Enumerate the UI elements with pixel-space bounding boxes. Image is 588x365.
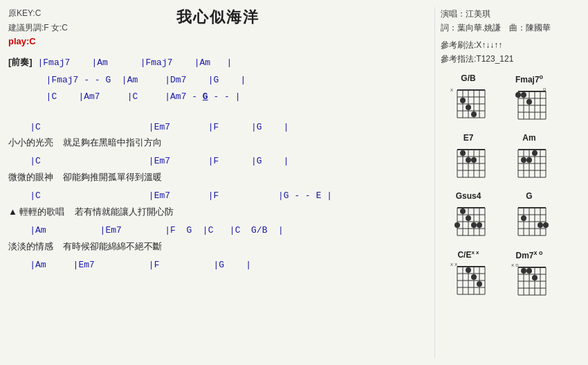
svg-point-73 <box>477 222 482 228</box>
svg-point-86 <box>538 222 543 228</box>
svg-point-116 <box>532 275 538 281</box>
original-key: 原KEY:C <box>8 7 119 20</box>
strum1: 參考刷法:X↑↓↓↑↑ <box>441 38 580 52</box>
svg-point-69 <box>460 208 466 214</box>
svg-text:x x: x x <box>450 261 457 267</box>
svg-point-43 <box>471 157 477 163</box>
strum-info: 參考刷法:X↑↓↓↑↑ 參考指法:T123_121 <box>441 38 580 66</box>
play-key: play:C <box>8 36 119 46</box>
svg-text:x: x <box>450 87 453 93</box>
verse1-lyric-4: 淡淡的情感 有時候卻能綿綿不絕不斷 <box>8 240 428 253</box>
chord-diagram-g: G <box>502 191 557 244</box>
svg-point-56 <box>526 157 532 163</box>
chord-name-gb: G/B <box>461 73 475 83</box>
lyricist: 詞：葉向華.姚謙 曲：陳國華 <box>441 21 580 35</box>
chord-name-ce: C/Ex x <box>457 249 479 260</box>
strum2: 參考指法:T123_121 <box>441 52 580 66</box>
verse1-lyric-2: 微微的眼神 卻能夠推開孤單得到溫暖 <box>8 170 428 184</box>
verse1-section: |C |Em7 |F |G | 小小的光亮 就足夠在黑暗中指引方向 |C |Em… <box>8 119 428 274</box>
chord-grid-fmaj7: o <box>510 86 549 127</box>
chord-grid-gb: x <box>449 84 488 126</box>
chord-diagram-fmaj7: Fmaj7o o <box>502 73 557 127</box>
left-panel: 原KEY:C 建議男調:F 女:C play:C 我心似海洋 [前奏] |Fma… <box>8 7 434 358</box>
chord-diagram-gb: G/B x <box>441 73 496 127</box>
chord-diagram-am: Am <box>502 133 557 186</box>
chord-grid-ce: x x <box>449 261 488 303</box>
svg-text:x o: x o <box>511 262 519 268</box>
chord-diagrams-container: G/B x <box>441 73 580 303</box>
svg-point-57 <box>532 150 538 156</box>
chord-name-fmaj7: Fmaj7o <box>515 73 543 84</box>
intro-section: [前奏] |Fmaj7 |Am |Fmaj7 |Am | |Fmaj7 - - … <box>8 55 428 105</box>
chord-name-dm7: Dm7x o <box>515 249 542 260</box>
svg-point-13 <box>466 105 471 110</box>
svg-point-72 <box>454 222 460 228</box>
chord-name-e7: E7 <box>463 133 474 143</box>
svg-point-100 <box>466 267 471 273</box>
main-container: 原KEY:C 建議男調:F 女:C play:C 我心似海洋 [前奏] |Fma… <box>0 0 588 365</box>
right-panel: 演唱：江美琪 詞：葉向華.姚謙 曲：陳國華 參考刷法:X↑↓↓↑↑ 參考指法:T… <box>434 7 580 358</box>
chord-diagram-dm7: Dm7x o x o <box>502 249 557 303</box>
intro-chord-2: |Fmaj7 - - G |Am |Dm7 |G | <box>8 72 428 88</box>
underline-g: G <box>203 91 208 102</box>
verse1-chord-5: |Am |Em7 |F |G | <box>8 257 428 273</box>
chord-grid-dm7: x o <box>510 262 549 303</box>
svg-point-71 <box>471 222 477 228</box>
chord-name-g: G <box>526 191 532 201</box>
chord-grid-g <box>510 202 549 244</box>
chord-diagram-gsus4: Gsus4 <box>441 191 496 244</box>
verse1-chord-2: |C |Em7 |F |G | <box>8 153 428 169</box>
performer: 演唱：江美琪 <box>441 7 580 21</box>
svg-point-42 <box>466 157 471 163</box>
svg-point-14 <box>471 112 477 117</box>
verse1-chord-3: |C |Em7 |F |G - - E | <box>8 188 428 204</box>
suggested-key: 建議男調:F 女:C <box>8 21 119 35</box>
performer-info: 演唱：江美琪 詞：葉向華.姚謙 曲：陳國華 <box>441 7 580 35</box>
svg-point-27 <box>515 92 521 98</box>
verse1-lyric-1: 小小的光亮 就足夠在黑暗中指引方向 <box>8 136 428 150</box>
chord-name-gsus4: Gsus4 <box>456 191 481 201</box>
chord-grid-e7 <box>449 144 488 186</box>
chord-diagram-ce: C/Ex x x x <box>441 249 496 303</box>
svg-point-41 <box>460 150 466 156</box>
svg-point-70 <box>466 215 471 221</box>
svg-point-101 <box>471 274 477 280</box>
chord-name-am: Am <box>522 133 535 143</box>
svg-point-85 <box>521 215 526 221</box>
verse1-lyric-3: ▲ 輕輕的歌唱 若有情就能讓人打開心防 <box>8 205 428 219</box>
svg-point-87 <box>543 222 549 228</box>
svg-point-55 <box>521 157 526 163</box>
svg-point-117 <box>521 268 526 274</box>
song-title: 我心似海洋 <box>119 7 317 28</box>
svg-point-102 <box>477 281 482 287</box>
chord-diagram-e7: E7 <box>441 133 496 186</box>
verse1-chord-1: |C |Em7 |F |G | <box>8 119 428 135</box>
intro-label: [前奏] <box>8 56 33 69</box>
svg-point-28 <box>521 92 526 98</box>
chord-grid-am <box>510 144 549 186</box>
svg-point-12 <box>460 98 466 103</box>
verse1-chord-4: |Am |Em7 |F G |C |C G/B | <box>8 222 428 238</box>
chord-grid-gsus4 <box>449 202 488 244</box>
intro-chord-3: |C |Am7 |C |Am7 - G - - | <box>8 89 428 105</box>
svg-point-29 <box>526 99 532 105</box>
intro-chord-1: |Fmaj7 |Am |Fmaj7 |Am | <box>33 55 232 71</box>
svg-point-115 <box>526 268 532 274</box>
